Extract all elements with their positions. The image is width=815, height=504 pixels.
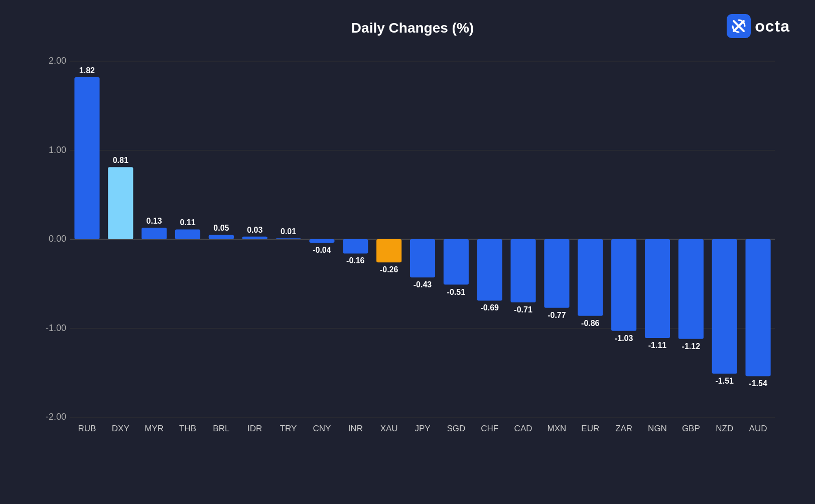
svg-text:-0.26: -0.26 <box>380 265 398 274</box>
svg-rect-46 <box>477 239 502 300</box>
svg-text:0.00: 0.00 <box>49 234 66 244</box>
svg-text:XAU: XAU <box>380 424 398 433</box>
svg-rect-49 <box>511 239 536 302</box>
svg-text:-0.04: -0.04 <box>313 246 331 254</box>
svg-text:CHF: CHF <box>481 424 498 433</box>
svg-rect-61 <box>645 239 670 338</box>
svg-text:MYR: MYR <box>145 424 164 433</box>
svg-text:IDR: IDR <box>247 424 262 433</box>
svg-text:-0.77: -0.77 <box>548 311 566 319</box>
svg-text:0.13: 0.13 <box>147 217 162 225</box>
svg-rect-31 <box>309 239 334 243</box>
svg-text:-1.00: -1.00 <box>46 323 66 333</box>
svg-text:-1.12: -1.12 <box>682 342 701 351</box>
svg-rect-25 <box>242 237 267 239</box>
svg-rect-19 <box>175 229 200 239</box>
svg-rect-34 <box>343 239 368 253</box>
logo-text: octa <box>755 17 790 36</box>
svg-text:MXN: MXN <box>548 424 567 433</box>
svg-rect-58 <box>611 239 636 331</box>
svg-rect-70 <box>746 239 771 376</box>
svg-text:2.00: 2.00 <box>49 56 66 66</box>
svg-rect-64 <box>678 239 704 339</box>
svg-text:-1.54: -1.54 <box>749 379 767 388</box>
svg-text:-0.51: -0.51 <box>447 288 466 296</box>
svg-text:-0.86: -0.86 <box>581 319 600 327</box>
svg-rect-67 <box>712 239 737 374</box>
svg-text:THB: THB <box>179 424 196 433</box>
svg-text:NGN: NGN <box>648 424 667 433</box>
svg-text:-0.16: -0.16 <box>346 256 365 265</box>
svg-text:-1.11: -1.11 <box>648 341 667 350</box>
svg-rect-40 <box>410 239 435 277</box>
svg-rect-16 <box>142 228 167 239</box>
chart-container: Daily Changes (%) octa -2.00-1.000.001.0… <box>0 0 815 504</box>
svg-text:CNY: CNY <box>313 424 331 433</box>
svg-text:GBP: GBP <box>682 424 700 433</box>
svg-text:BRL: BRL <box>213 424 229 433</box>
svg-text:-0.71: -0.71 <box>514 305 532 314</box>
svg-text:DXY: DXY <box>112 424 129 433</box>
svg-text:0.11: 0.11 <box>180 218 195 227</box>
svg-text:CAD: CAD <box>514 424 532 433</box>
svg-text:0.81: 0.81 <box>113 156 128 164</box>
chart-title: Daily Changes (%) <box>40 20 785 36</box>
svg-text:RUB: RUB <box>78 424 96 433</box>
svg-text:ZAR: ZAR <box>615 424 632 433</box>
logo: octa <box>727 14 790 38</box>
svg-text:EUR: EUR <box>581 424 599 433</box>
svg-text:-1.03: -1.03 <box>615 334 633 343</box>
svg-text:SGD: SGD <box>447 424 465 433</box>
svg-text:0.05: 0.05 <box>213 224 229 232</box>
svg-text:1.00: 1.00 <box>49 145 66 155</box>
svg-text:NZD: NZD <box>716 424 733 433</box>
svg-text:-0.43: -0.43 <box>414 280 432 289</box>
svg-rect-55 <box>578 239 603 316</box>
svg-text:1.82: 1.82 <box>79 66 95 75</box>
bar-chart: -2.00-1.000.001.002.001.82RUB0.81DXY0.13… <box>40 46 785 457</box>
chart-area: -2.00-1.000.001.002.001.82RUB0.81DXY0.13… <box>40 46 785 457</box>
svg-text:TRY: TRY <box>280 424 297 433</box>
svg-text:0.03: 0.03 <box>247 226 262 234</box>
svg-text:INR: INR <box>348 424 363 433</box>
svg-rect-22 <box>209 235 234 239</box>
svg-text:-1.51: -1.51 <box>715 377 734 385</box>
svg-rect-28 <box>276 238 301 239</box>
svg-text:0.01: 0.01 <box>281 227 296 236</box>
svg-rect-52 <box>544 239 569 308</box>
svg-text:-0.69: -0.69 <box>480 303 499 312</box>
svg-rect-37 <box>376 239 401 262</box>
svg-rect-10 <box>74 77 99 239</box>
logo-icon <box>727 14 751 38</box>
svg-text:AUD: AUD <box>749 424 767 433</box>
svg-text:-2.00: -2.00 <box>46 412 66 422</box>
svg-rect-43 <box>444 239 469 285</box>
svg-rect-13 <box>108 167 133 239</box>
svg-text:JPY: JPY <box>415 424 430 433</box>
